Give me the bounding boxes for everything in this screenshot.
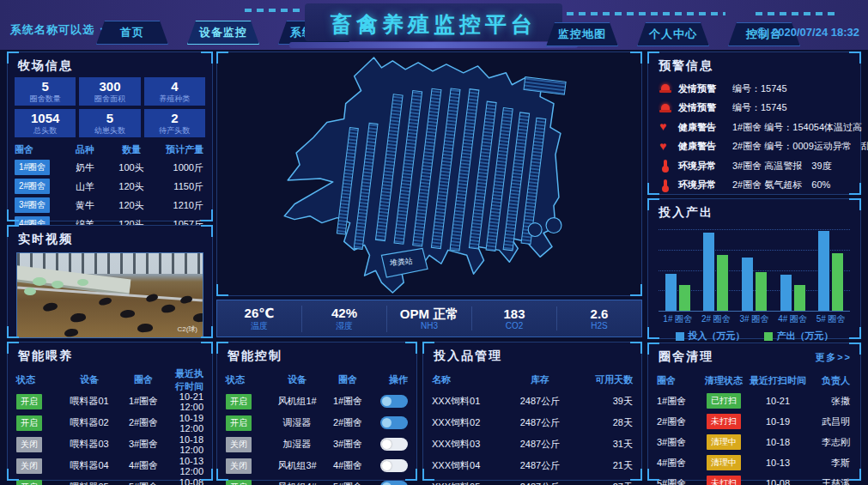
time-cell: 10-18 12:00 bbox=[167, 434, 203, 455]
person-cell: 李志刚 bbox=[806, 436, 852, 449]
env-label: H2S bbox=[557, 321, 641, 330]
table-row: 开启喂料器055#圈舍10-08 12:00 bbox=[16, 476, 203, 485]
days-cell: 27天 bbox=[574, 481, 633, 485]
alert-item: 环境异常2#圈舍 氨气超标 60% bbox=[659, 176, 850, 196]
cow-silhouette bbox=[161, 304, 175, 314]
time-cell: 10-19 12:00 bbox=[167, 413, 203, 433]
feed-pile bbox=[24, 288, 36, 295]
tab-首页[interactable]: 首页 bbox=[96, 21, 168, 45]
video-feed[interactable]: C2(球) bbox=[16, 252, 203, 338]
bar-group bbox=[780, 275, 805, 311]
table-row: 关闭风机组3#4#圈舍 bbox=[226, 455, 408, 476]
table-row: 3#圈舍黄牛120头1210斤 bbox=[15, 196, 205, 215]
pen-cell: 3#圈舍 bbox=[119, 438, 167, 451]
cow-silhouette bbox=[70, 312, 86, 323]
column-header: 负责人 bbox=[806, 374, 852, 387]
pen-cell: 1#圈舍 bbox=[325, 395, 370, 408]
time-cell: 10-21 bbox=[750, 396, 806, 406]
alerts-title: 预警信息 bbox=[648, 52, 860, 77]
env-value: OPM 正常 bbox=[387, 306, 471, 321]
panel-smart-control: 智能控制 状态设备圈舍操作开启风机组1#1#圈舍开启调湿器2#圈舍关闭加湿器3#… bbox=[216, 342, 417, 481]
tab-设备监控[interactable]: 设备监控 bbox=[187, 21, 259, 45]
days-cell: 21天 bbox=[574, 459, 633, 472]
time-cell: 10-19 bbox=[750, 416, 806, 427]
bar-投入（万元） bbox=[780, 275, 792, 311]
env-stat: 183CO2 bbox=[472, 306, 557, 330]
env-value: 183 bbox=[472, 306, 556, 321]
pen-cell: 3#圈舍 bbox=[325, 438, 370, 451]
status-cell: 已打扫 bbox=[698, 393, 750, 409]
cleaning-status-badge: 清理中 bbox=[707, 455, 741, 470]
toggle-cell bbox=[370, 395, 408, 408]
pen-cell: 1#圈舍 bbox=[119, 395, 167, 408]
device-toggle[interactable] bbox=[380, 481, 408, 485]
column-header: 圈舍 bbox=[15, 143, 63, 156]
device-cell: 风机组1# bbox=[269, 395, 325, 408]
siren-icon bbox=[659, 101, 672, 115]
status-badge: 开启 bbox=[226, 394, 252, 409]
legend-swatch bbox=[676, 332, 684, 341]
time-cell: 10-21 12:00 bbox=[167, 391, 203, 412]
system-name-dropdown[interactable]: 系统名称可以选 ▼ bbox=[10, 22, 107, 38]
status-cell: 关闭 bbox=[226, 437, 269, 452]
status-cell: 开启 bbox=[226, 415, 269, 431]
device-toggle[interactable] bbox=[380, 459, 408, 472]
device-toggle[interactable] bbox=[380, 416, 408, 429]
legend-item: 投入（万元） bbox=[676, 330, 745, 343]
pen-cell: 3#圈舍 bbox=[657, 436, 698, 449]
feeding-table: 状态设备圈舍最近执行时间开启喂料器011#圈舍10-21 12:00开启喂料器0… bbox=[16, 369, 203, 485]
table-row: 2#圈舍未打扫10-19武昌明 bbox=[657, 411, 852, 432]
device-cell: 喂料器04 bbox=[59, 459, 119, 472]
stat-label: 圈舍数量 bbox=[30, 94, 61, 105]
status-badge: 关闭 bbox=[16, 458, 42, 474]
status-badge: 关闭 bbox=[226, 458, 252, 474]
toggle-cell bbox=[370, 459, 408, 472]
cow-silhouette bbox=[64, 328, 78, 337]
panel-env-stats: 26℃温度42%湿度OPM 正常NH3183CO22.6H2S bbox=[216, 300, 642, 337]
breed-cell: 黄牛 bbox=[63, 199, 107, 212]
table-row: XXX饲料042487公斤21天 bbox=[432, 455, 633, 476]
alert-type: 环境异常 bbox=[678, 179, 726, 191]
alert-type: 健康警告 bbox=[678, 140, 726, 153]
panel-farm-info: 牧场信息 5圈舍数量300圈舍面积4养殖种类1054总头数5幼崽头数2待产头数 … bbox=[7, 52, 213, 221]
more-link[interactable]: 更多>> bbox=[815, 351, 852, 364]
stat-box: 300圈舍面积 bbox=[79, 77, 140, 106]
pen-cell: 2#圈舍 bbox=[657, 415, 698, 428]
bar-series bbox=[659, 228, 850, 311]
live-video-title: 实时视频 bbox=[8, 226, 212, 251]
category-label: 5# 圈舍 bbox=[816, 313, 846, 325]
env-stat: 26℃温度 bbox=[217, 306, 302, 332]
column-header: 最近打扫时间 bbox=[750, 374, 806, 387]
device-toggle[interactable] bbox=[380, 438, 408, 451]
tab-个人中心[interactable]: 个人中心 bbox=[637, 22, 709, 46]
alert-item: 发情预警编号：15745 bbox=[659, 79, 850, 99]
breed-cell: 山羊 bbox=[63, 180, 107, 193]
panel-farm-map: 堆粪站 bbox=[216, 52, 642, 296]
legend-label: 投入（万元） bbox=[689, 330, 745, 343]
time-cell: 10-13 bbox=[750, 458, 806, 468]
count-cell: 120头 bbox=[107, 199, 155, 212]
device-toggle[interactable] bbox=[380, 395, 408, 408]
table-header-row: 名称库存可用天数 bbox=[432, 369, 633, 391]
column-header: 库存 bbox=[506, 373, 574, 386]
count-cell: 100头 bbox=[107, 161, 155, 174]
status-cell: 关闭 bbox=[16, 437, 59, 452]
decor-dashes bbox=[756, 12, 837, 15]
farm-map[interactable]: 堆粪站 bbox=[217, 52, 641, 295]
env-stat: OPM 正常NH3 bbox=[387, 306, 472, 330]
legend-item: 产出（万元） bbox=[764, 330, 834, 343]
pen-cell: 2#圈舍 bbox=[325, 416, 370, 429]
stock-cell: 2487公斤 bbox=[506, 438, 574, 451]
column-header: 数量 bbox=[107, 143, 155, 156]
bar-group bbox=[703, 233, 728, 311]
yield-cell: 1000斤 bbox=[155, 161, 205, 174]
cow-silhouette bbox=[179, 294, 193, 304]
pen-cell: 5#圈舍 bbox=[325, 481, 370, 485]
heart-icon bbox=[659, 140, 672, 154]
pen-cell: 4#圈舍 bbox=[325, 459, 370, 472]
tab-监控地图[interactable]: 监控地图 bbox=[546, 22, 618, 46]
table-row: 1#圈舍奶牛100头1000斤 bbox=[15, 158, 205, 177]
env-stats-bar: 26℃温度42%湿度OPM 正常NH3183CO22.6H2S bbox=[217, 300, 641, 336]
bar-投入（万元） bbox=[665, 274, 677, 311]
column-header: 可用天数 bbox=[574, 373, 633, 386]
